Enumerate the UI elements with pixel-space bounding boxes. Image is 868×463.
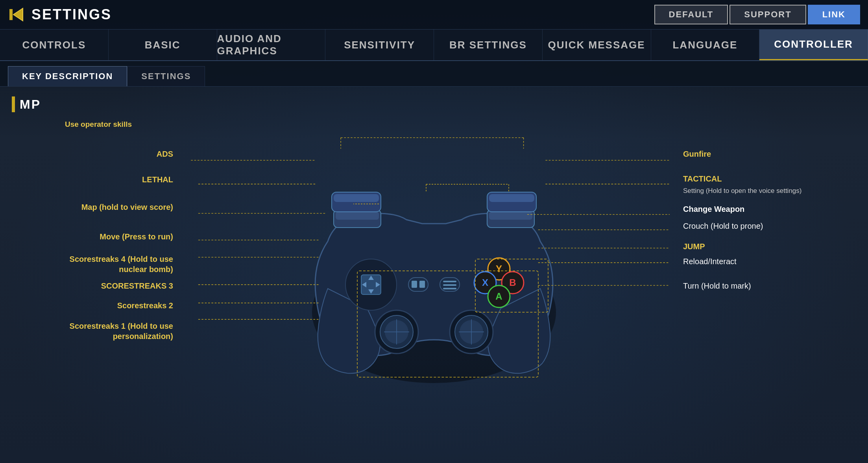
tab-br-settings[interactable]: BR SETTINGS xyxy=(434,30,543,60)
label-turn: Turn (Hold to mark) xyxy=(683,282,751,291)
label-use-operator-skills: Use operator skills xyxy=(65,120,132,129)
subtab-settings[interactable]: SETTINGS xyxy=(127,66,205,86)
section-header: MP xyxy=(12,96,856,112)
label-tactical: TACTICAL xyxy=(683,174,722,183)
page-wrapper: SETTINGS DEFAULT SUPPORT LINK CONTROLS B… xyxy=(0,0,868,463)
svg-text:Y: Y xyxy=(496,263,502,274)
top-buttons: DEFAULT SUPPORT LINK xyxy=(654,5,861,24)
label-setting-hold: Setting (Hold to open the voice settings… xyxy=(683,187,802,195)
page-title: SETTINGS xyxy=(31,6,112,23)
svg-rect-8 xyxy=(489,194,534,202)
link-button[interactable]: LINK xyxy=(808,5,860,24)
tab-quick-message[interactable]: QUICK MESSAGE xyxy=(543,30,651,60)
label-crouch: Crouch (Hold to prone) xyxy=(683,222,763,231)
svg-rect-1 xyxy=(9,9,13,20)
svg-text:B: B xyxy=(509,277,516,288)
svg-rect-36 xyxy=(412,281,417,288)
label-move: Move (Press to run) xyxy=(100,232,173,241)
svg-rect-37 xyxy=(419,281,425,288)
label-ads: ADS xyxy=(157,150,173,159)
sub-tabs: KEY DESCRIPTION SETTINGS xyxy=(0,61,868,87)
label-reload: Reload/Interact xyxy=(683,257,737,266)
default-button[interactable]: DEFAULT xyxy=(654,5,728,24)
label-scorestreaks4: Scorestreaks 4 (Hold to use nuclear bomb… xyxy=(70,254,173,274)
svg-rect-9 xyxy=(336,212,379,220)
section-title: MP xyxy=(20,97,41,112)
label-change-weapon: Change Weapon xyxy=(683,205,744,214)
section-bar-icon xyxy=(12,96,15,112)
label-scorestreaks2: Scorestreaks 2 xyxy=(117,301,173,310)
label-scorestreaks3: SCORESTREAKS 3 xyxy=(101,282,173,291)
svg-rect-41 xyxy=(443,288,456,289)
svg-rect-40 xyxy=(443,284,456,286)
tab-audio-graphics[interactable]: AUDIO AND GRAPHICS xyxy=(217,30,326,60)
label-map: Map (hold to view score) xyxy=(81,203,173,212)
label-lethal: LETHAL xyxy=(142,175,173,184)
tab-controls[interactable]: CONTROLS xyxy=(0,30,109,60)
back-arrow-icon xyxy=(8,5,27,24)
tab-sensitivity[interactable]: SENSITIVITY xyxy=(325,30,434,60)
tab-controller[interactable]: CONTROLLER xyxy=(759,30,868,60)
svg-marker-0 xyxy=(13,8,23,21)
svg-rect-7 xyxy=(334,194,379,202)
label-scorestreaks1: Scorestreaks 1 (Hold to use personalizat… xyxy=(70,321,173,341)
svg-rect-39 xyxy=(443,281,456,282)
controller-diagram: Y X B A xyxy=(12,120,856,449)
tab-basic[interactable]: BASIC xyxy=(109,30,217,60)
tab-language[interactable]: LANGUAGE xyxy=(651,30,760,60)
svg-rect-35 xyxy=(408,278,428,291)
subtab-key-description[interactable]: KEY DESCRIPTION xyxy=(8,66,127,86)
svg-text:X: X xyxy=(482,277,488,288)
svg-rect-10 xyxy=(489,212,532,220)
nav-tabs: CONTROLS BASIC AUDIO AND GRAPHICS SENSIT… xyxy=(0,30,868,61)
svg-text:A: A xyxy=(495,291,502,302)
logo-section: SETTINGS xyxy=(8,5,112,24)
label-jump: JUMP xyxy=(683,242,705,251)
top-bar: SETTINGS DEFAULT SUPPORT LINK xyxy=(0,0,868,30)
label-gunfire: Gunfire xyxy=(683,150,711,159)
controller-svg: Y X B A xyxy=(257,163,611,407)
content-area: MP xyxy=(0,87,868,463)
support-button[interactable]: SUPPORT xyxy=(729,5,806,24)
